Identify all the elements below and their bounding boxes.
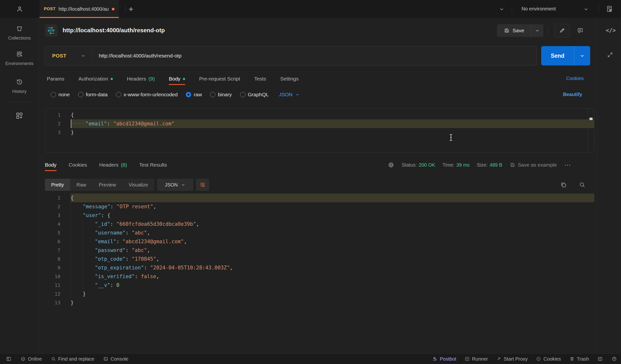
tab-tests[interactable]: Tests [254,73,266,85]
save-as-example-button[interactable]: Save as example [510,162,557,168]
response-more-actions-button[interactable]: ⋯ [564,161,571,169]
response-toolbar: Pretty Raw Preview Visualize JSON [45,179,209,191]
code-line: 6"email": "abcd1234@gmail.com", [45,237,594,246]
response-language-selector[interactable]: JSON [157,179,193,191]
trash-button[interactable]: Trash [569,356,589,362]
tab-list-button[interactable] [499,6,505,12]
response-body-viewer[interactable]: 1{2"message": "OTP resent",3"user": {4"_… [45,194,594,307]
radio-icon [51,92,56,97]
sidebar-item-collections[interactable]: Collections [0,25,39,41]
code-line: 10"is_verified": false, [45,272,594,281]
cookies-button[interactable]: Cookies [536,356,561,362]
method-chevron[interactable] [81,53,86,58]
console-button[interactable]: Console [103,356,128,362]
radio-icon [210,92,215,97]
scrollbar-thumb[interactable] [589,118,593,120]
save-options-button[interactable] [531,28,543,33]
response-tab-headers[interactable]: Headers(8) [99,159,127,171]
expand-panel-button[interactable] [607,51,613,58]
chevron-down-icon [535,28,540,33]
divider [599,5,599,13]
unsaved-dot [112,8,115,10]
view-raw[interactable]: Raw [70,179,92,191]
code-content: "otp_expiration": "2024-04-05T10:28:43.0… [70,263,594,272]
environment-quick-look-button[interactable] [605,5,613,13]
chevron-down-icon [499,6,505,12]
online-status[interactable]: Online [20,356,42,362]
start-proxy-button[interactable]: Start Proxy [496,356,528,362]
request-tab[interactable]: POST http://localhost:4000/auth/resend-o… [39,0,119,18]
token: : [125,230,132,236]
two-pane-view-button[interactable] [597,356,603,362]
postbot-icon [432,356,438,362]
help-button[interactable] [611,356,617,362]
token: false [141,274,156,279]
view-pretty[interactable]: Pretty [45,179,70,191]
response-tab-test-results[interactable]: Test Results [139,159,167,171]
send-options-button[interactable] [574,53,590,59]
indent-guide [83,237,95,246]
line-number: 9 [45,263,60,272]
account-button[interactable] [16,5,23,13]
mode-binary[interactable]: binary [210,92,232,98]
indent-guide [83,263,95,272]
mode-x-www-form-urlencoded[interactable]: x-www-form-urlencoded [116,92,178,98]
response-tab-body[interactable]: Body [45,159,56,171]
tab-pre-request-script[interactable]: Pre-request Script [199,73,240,85]
cookies-link[interactable]: Cookies [566,76,584,81]
runner-button[interactable]: Runner [465,356,488,362]
tab-settings[interactable]: Settings [280,73,299,85]
new-tab-button[interactable]: + [129,4,133,14]
tab-body[interactable]: Body [169,73,185,85]
request-body-editor[interactable]: 1{2····"email": "abcd1234@gmail.com"3} [45,108,594,152]
view-visualize[interactable]: Visualize [122,179,154,191]
code-snippet-button[interactable]: </> [606,27,616,33]
token: , [147,230,150,236]
response-tab-cookies[interactable]: Cookies [69,159,87,171]
mode-graphql[interactable]: GraphQL [240,92,269,98]
indent-guide [70,281,83,290]
request-code-lines: 1{2····"email": "abcd1234@gmail.com"3} [45,111,594,137]
environment-chevron[interactable] [583,6,589,12]
network-button[interactable] [388,162,395,168]
code-content: "_id": "660fcfdea65d30cdbca0e39b", [70,220,594,229]
beautify-link[interactable]: Beautify [563,92,582,97]
editor-scrollbar[interactable] [588,108,594,152]
history-icon [16,78,23,86]
radio-icon [78,92,84,97]
environment-selector[interactable]: No environment [521,6,556,12]
raw-language-selector[interactable]: JSON [279,92,300,98]
code-line: 9"otp_expiration": "2024-04-05T10:28:43.… [45,263,594,272]
mode-form-data[interactable]: form-data [78,92,108,98]
tab-params[interactable]: Params [47,73,64,85]
search-response-button[interactable] [579,181,586,188]
save-icon [504,28,510,33]
method-selector[interactable]: POST [52,53,67,59]
wrap-lines-button[interactable] [196,179,209,191]
mode-raw[interactable]: raw [186,92,202,98]
save-button[interactable]: Save [497,28,531,33]
comments-button[interactable] [577,27,584,34]
mode-none[interactable]: none [51,92,70,98]
code-line: 1{ [45,111,594,119]
save-icon [510,162,516,168]
code-content: "username": "abc", [70,229,594,237]
tab-authorization[interactable]: Authorization [78,73,113,85]
copy-response-button[interactable] [560,181,567,188]
toggle-sidebar-button[interactable] [6,356,12,362]
tab-headers[interactable]: Headers(9) [127,73,155,85]
view-preview[interactable]: Preview [92,179,122,191]
svg-text:HTTP: HTTP [48,29,54,33]
token: "_id" [95,221,110,227]
sidebar-item-history[interactable]: History [0,78,39,94]
send-button[interactable]: Send [541,53,574,59]
url-input[interactable]: http://localhost:4000/auth/resend-otp [99,53,181,59]
sidebar-more-tools-button[interactable] [0,111,39,120]
sidebar-item-environments[interactable]: Environments [0,50,39,66]
find-and-replace-button[interactable]: Find and replace [51,356,94,362]
line-number: 4 [45,220,60,229]
chevron-down-icon [579,53,585,59]
edit-request-button[interactable] [554,24,569,37]
postbot-button[interactable]: Postbot [432,356,456,362]
indent-guide [70,263,83,272]
